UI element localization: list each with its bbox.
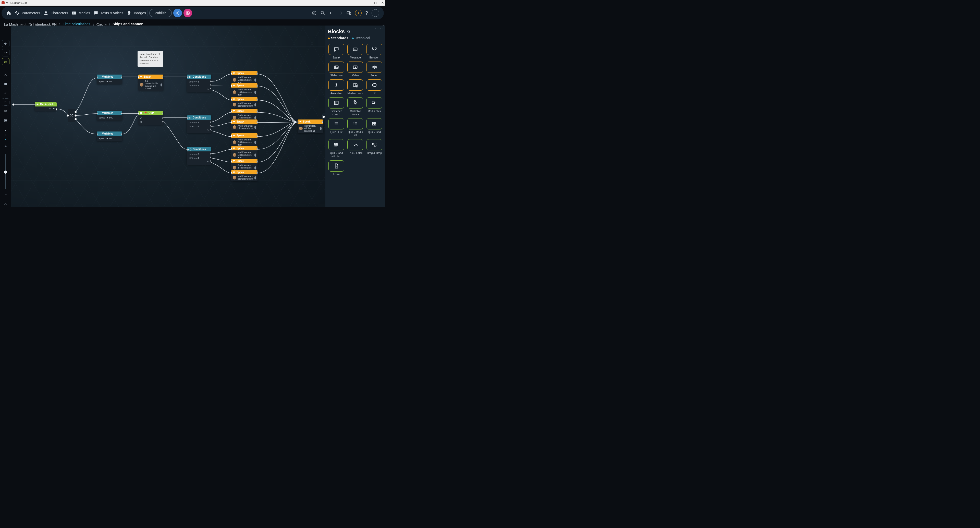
svg-point-9 xyxy=(321,11,324,14)
tool-plus[interactable]: + xyxy=(2,142,10,150)
block-dragdrop[interactable]: Drag & Drop xyxy=(366,139,383,158)
block-form[interactable]: Form xyxy=(328,160,345,175)
block-quizgrid[interactable]: Quiz - Grid xyxy=(366,118,383,137)
texts-voices-button[interactable]: Texts & voices xyxy=(94,10,123,16)
block-quizgridtext[interactable]: Quiz - Grid with text xyxy=(328,139,345,158)
node-speak-6[interactable]: SpeakAnd if we are 1.8 kilometers from xyxy=(231,146,258,160)
block-truefalse[interactable]: True - False xyxy=(347,139,364,158)
svg-rect-29 xyxy=(334,144,336,145)
svg-rect-14 xyxy=(353,48,357,51)
tool-wave[interactable]: 〰 xyxy=(2,49,10,56)
node-conditions-3[interactable]: {x}Conditions time == 3 time == 4 ↪ xyxy=(187,147,211,165)
device-icon[interactable] xyxy=(346,10,352,16)
tab-standards[interactable]: Standards xyxy=(328,36,348,40)
node-variables-3[interactable]: Variables speed ◄ 600 xyxy=(97,131,122,141)
block-clickable[interactable]: Clickable zones xyxy=(347,97,364,116)
panel-dots-icon: • • • • xyxy=(375,27,384,30)
tool-square[interactable]: ◼ xyxy=(2,80,10,88)
blocks-panel: « • • • • ▶ Blocks Standards Technical S… xyxy=(325,26,385,207)
svg-rect-32 xyxy=(375,145,376,147)
parameters-button[interactable]: Parameters xyxy=(14,10,40,16)
panel-expand-handle[interactable]: ▶ xyxy=(322,113,326,120)
panel-collapse-icon[interactable]: « xyxy=(383,24,384,27)
svg-point-3 xyxy=(176,13,177,14)
entry-port[interactable] xyxy=(12,104,14,106)
node-media-click[interactable]: Media click M1 ▸ xyxy=(35,102,57,111)
node-variables-2[interactable]: Variables speed ◄ 500 xyxy=(97,111,122,121)
tool-note[interactable]: ▭ xyxy=(2,58,10,65)
blocks-search-icon[interactable] xyxy=(347,30,351,34)
tool-zoom-dot3[interactable]: ▪ xyxy=(2,138,10,141)
node-quiz[interactable]: 🚩Quiz A B xyxy=(138,111,163,125)
svg-point-5 xyxy=(178,14,179,14)
block-sound[interactable]: Sound xyxy=(366,62,383,77)
tool-zoom-dot1[interactable]: ▪ xyxy=(2,129,10,132)
badges-button[interactable]: Badges xyxy=(127,10,146,16)
block-mediachoice[interactable]: Media choice xyxy=(347,80,364,95)
block-quizlist[interactable]: Quiz - List xyxy=(328,118,345,137)
tool-collapse[interactable]: ︽ xyxy=(2,200,10,207)
tool-minus[interactable]: − xyxy=(2,191,10,198)
tool-check[interactable]: ✓ xyxy=(2,89,10,97)
node-conditions-1[interactable]: {x}Conditions time == 3 time == 4 ↪ xyxy=(187,75,211,92)
svg-rect-25 xyxy=(372,123,374,124)
node-variables-1[interactable]: Variables speed ◄ 400 xyxy=(97,75,122,84)
node-speak-8[interactable]: SpeakAnd if we are 3 kilometers from xyxy=(231,170,258,181)
home-button[interactable] xyxy=(6,10,11,16)
zoom-slider[interactable] xyxy=(5,154,6,189)
svg-rect-22 xyxy=(334,101,339,105)
tab-technical[interactable]: Technical xyxy=(352,36,370,40)
block-video[interactable]: Video xyxy=(347,62,364,77)
search-icon[interactable] xyxy=(320,10,325,16)
node-conditions-2[interactable]: {x}Conditions time == 3 time == 4 ↪ xyxy=(187,115,211,133)
tool-select[interactable]: ⬚ xyxy=(2,98,10,106)
block-emotion[interactable]: Emotion xyxy=(366,44,383,59)
svg-rect-26 xyxy=(374,123,375,124)
svg-rect-30 xyxy=(336,144,338,145)
check-icon[interactable] xyxy=(312,10,317,16)
svg-rect-28 xyxy=(374,124,375,125)
svg-rect-12 xyxy=(140,112,142,114)
block-sentence[interactable]: Sentence choice xyxy=(328,97,345,116)
node-speak-2[interactable]: SpeakAnd if we are 2 kilometers from xyxy=(231,97,258,108)
node-speak-5[interactable]: SpeakAnd if we are 2.5 kilometers from xyxy=(231,133,258,147)
help-button[interactable]: ? xyxy=(365,10,368,16)
svg-rect-27 xyxy=(372,124,374,125)
publish-button[interactable]: Publish xyxy=(149,9,172,17)
node-speak-4[interactable]: SpeakAnd if we are 2 kilometers from xyxy=(231,120,258,131)
characters-button[interactable]: Characters xyxy=(43,10,68,16)
block-message[interactable]: Message xyxy=(347,44,364,59)
close-button[interactable]: ✕ xyxy=(381,1,384,5)
node-speak-intro[interactable]: Speak If a cannonball is moving at a spe… xyxy=(138,75,163,91)
block-url[interactable]: URL xyxy=(366,80,383,95)
node-speak-1[interactable]: SpeakAnd if we are 1.6 kilometers from xyxy=(231,83,258,97)
tool-layer[interactable]: ▣ xyxy=(2,116,10,124)
block-speech[interactable]: Speak xyxy=(328,44,345,59)
block-animation[interactable]: Animation xyxy=(328,80,345,95)
tool-send[interactable]: ✈ xyxy=(2,40,10,47)
tool-shuffle[interactable]: ✕ xyxy=(2,71,10,78)
redo-icon[interactable] xyxy=(338,10,343,16)
menu-button[interactable] xyxy=(372,9,379,17)
minimize-button[interactable]: — xyxy=(366,1,369,5)
block-slideshow[interactable]: Slideshow xyxy=(328,62,345,77)
node-canvas[interactable]: time: travel time of the ball. Random be… xyxy=(11,26,325,207)
svg-rect-31 xyxy=(372,144,374,145)
node-speak-0[interactable]: SpeakAnd if we are 1.2 kilometers from xyxy=(231,71,258,85)
main-toolbar: Parameters Characters Medias Texts & voi… xyxy=(2,6,384,19)
node-speak-final[interactable]: Speak How quickly will the cannonball xyxy=(298,120,323,133)
share-button[interactable] xyxy=(173,9,182,18)
left-toolbar: ✈ 〰 ▭ ✕ ◼ ✓ ⬚ ⧉ ▣ ▪ ▪ ▪ + − ︽ xyxy=(0,26,11,207)
app-logo-icon xyxy=(2,1,5,4)
svg-point-18 xyxy=(336,83,337,85)
tool-zoom-dot2[interactable]: ▪ xyxy=(2,134,10,137)
tool-copy[interactable]: ⧉ xyxy=(2,107,10,115)
image-button[interactable] xyxy=(183,9,192,18)
block-mediaclick[interactable]: Media click xyxy=(366,97,383,116)
undo-icon[interactable] xyxy=(329,10,334,16)
node-shuffle[interactable] xyxy=(68,109,76,122)
block-quizmedia[interactable]: Quiz - Media list xyxy=(347,118,364,137)
medias-button[interactable]: Medias xyxy=(72,10,90,16)
maximize-button[interactable]: ◻ xyxy=(374,1,377,5)
play-button[interactable] xyxy=(355,10,362,16)
